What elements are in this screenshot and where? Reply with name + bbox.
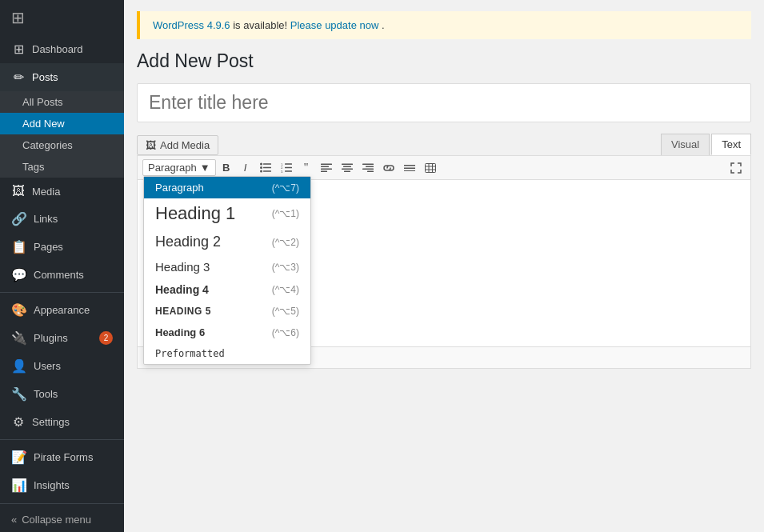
sidebar-item-posts[interactable]: ✏ Posts <box>0 63 124 91</box>
collapse-label: Collapse menu <box>22 514 91 526</box>
format-option-h5[interactable]: HEADING 5 (^⌥5) <box>144 301 310 322</box>
sidebar-item-label: Links <box>34 213 58 225</box>
sidebar-item-pages[interactable]: 📋 Pages <box>0 233 124 261</box>
format-option-h3[interactable]: Heading 3 (^⌥3) <box>144 255 310 278</box>
svg-rect-19 <box>344 170 350 172</box>
svg-rect-21 <box>366 166 374 167</box>
update-notice: WordPress 4.9.6 is available! Please upd… <box>137 11 751 39</box>
link-icon <box>383 163 394 173</box>
title-input-wrap <box>137 83 751 122</box>
italic-button[interactable]: I <box>237 159 254 176</box>
sidebar-item-comments[interactable]: 💬 Comments <box>0 261 124 289</box>
update-now-link[interactable]: Please update now <box>290 19 379 31</box>
expand-button[interactable] <box>726 160 746 176</box>
sidebar-item-tags[interactable]: Tags <box>0 156 124 178</box>
sidebar-item-categories[interactable]: Categories <box>0 134 124 156</box>
align-center-button[interactable] <box>338 161 357 175</box>
table-button[interactable] <box>421 161 440 175</box>
svg-rect-12 <box>321 163 332 165</box>
format-option-h4[interactable]: Heading 4 (^⌥4) <box>144 278 310 301</box>
editor-toolbar: Paragraph ▼ Paragraph (^⌥7) Heading 1 (^… <box>138 156 750 180</box>
insights-icon: 📊 <box>11 478 27 493</box>
svg-rect-14 <box>321 168 332 170</box>
horizontal-rule-button[interactable] <box>400 162 419 174</box>
sidebar-item-appearance[interactable]: 🎨 Appearance <box>0 296 124 324</box>
format-option-paragraph[interactable]: Paragraph (^⌥7) <box>144 177 310 198</box>
post-title-input[interactable] <box>138 84 750 122</box>
svg-rect-24 <box>404 165 415 166</box>
settings-icon: ⚙ <box>11 414 26 430</box>
format-dropdown: Paragraph (^⌥7) Heading 1 (^⌥1) Heading … <box>143 176 311 365</box>
sidebar-item-tools[interactable]: 🔧 Tools <box>0 380 124 408</box>
format-option-h6[interactable]: Heading 6 (^⌥6) <box>144 322 310 343</box>
format-option-shortcut: (^⌥6) <box>272 327 299 338</box>
sidebar-logo: ⊞ <box>0 0 124 35</box>
svg-rect-1 <box>263 163 271 165</box>
sidebar-item-insights[interactable]: 📊 Insights <box>0 471 124 499</box>
editor-area: Paragraph ▼ Paragraph (^⌥7) Heading 1 (^… <box>137 155 751 347</box>
sidebar-item-label: Tools <box>34 388 58 400</box>
pirateforms-icon: 📝 <box>11 450 27 465</box>
svg-rect-11 <box>285 170 292 172</box>
collapse-menu-button[interactable]: « Collapse menu <box>0 507 124 532</box>
sidebar-item-media[interactable]: 🖼 Media <box>0 178 124 205</box>
tools-icon: 🔧 <box>11 386 27 402</box>
sidebar-item-label: Appearance <box>34 304 90 316</box>
appearance-icon: 🎨 <box>11 302 27 318</box>
sidebar-item-settings[interactable]: ⚙ Settings <box>0 408 124 436</box>
format-select[interactable]: Paragraph ▼ Paragraph (^⌥7) Heading 1 (^… <box>142 159 216 176</box>
sidebar-item-label: Pages <box>34 241 63 253</box>
plugins-badge: 2 <box>99 331 113 345</box>
links-icon: 🔗 <box>11 211 27 226</box>
link-button[interactable] <box>379 161 398 175</box>
sidebar-item-dashboard[interactable]: ⊞ Dashboard <box>0 35 124 63</box>
notice-text-after: . <box>382 19 385 31</box>
categories-label: Categories <box>22 139 73 151</box>
svg-rect-25 <box>404 167 415 169</box>
format-option-h2[interactable]: Heading 2 (^⌥2) <box>144 229 310 255</box>
svg-rect-5 <box>263 170 271 172</box>
align-left-button[interactable] <box>317 161 336 175</box>
format-option-pre[interactable]: Preformatted <box>144 343 310 364</box>
svg-rect-27 <box>425 163 435 172</box>
tab-text[interactable]: Text <box>711 134 751 155</box>
posts-icon: ✏ <box>11 70 26 85</box>
main-content: WordPress 4.9.6 is available! Please upd… <box>124 0 764 532</box>
format-select-value: Paragraph <box>148 162 197 174</box>
sidebar-item-all-posts[interactable]: All Posts <box>0 91 124 113</box>
all-posts-label: All Posts <box>22 96 63 108</box>
sidebar-item-links[interactable]: 🔗 Links <box>0 205 124 233</box>
format-option-label: Heading 2 <box>155 234 221 250</box>
plugins-icon: 🔌 <box>11 330 27 346</box>
tab-visual[interactable]: Visual <box>661 134 710 155</box>
media-icon: 🖼 <box>11 184 26 198</box>
svg-rect-23 <box>367 170 374 172</box>
format-option-label: Paragraph <box>155 182 204 194</box>
wp-logo-icon: ⊞ <box>11 8 25 27</box>
sidebar-item-label: Pirate Forms <box>34 451 93 463</box>
sidebar-item-users[interactable]: 👤 Users <box>0 352 124 380</box>
sidebar-item-add-new[interactable]: Add New <box>0 113 124 134</box>
bold-button[interactable]: B <box>218 159 235 176</box>
align-center-icon <box>342 163 353 173</box>
align-right-button[interactable] <box>358 161 378 175</box>
svg-rect-16 <box>342 163 353 165</box>
format-option-label: Heading 3 <box>155 260 210 274</box>
sidebar-item-plugins[interactable]: 🔌 Plugins 2 <box>0 324 124 352</box>
svg-rect-13 <box>321 166 329 167</box>
svg-rect-3 <box>263 167 271 169</box>
format-option-h1[interactable]: Heading 1 (^⌥1) <box>144 198 310 229</box>
tags-label: Tags <box>22 161 44 173</box>
svg-rect-20 <box>362 163 374 165</box>
ordered-list-button[interactable]: 1. 2. 3. <box>277 160 296 175</box>
svg-rect-9 <box>285 167 292 169</box>
sidebar-item-label: Users <box>34 360 61 372</box>
format-dropdown-arrow: ▼ <box>200 162 210 174</box>
unordered-list-button[interactable] <box>256 160 275 175</box>
add-media-button[interactable]: 🖼 Add Media <box>137 135 218 155</box>
blockquote-button[interactable]: " <box>298 158 315 177</box>
wp-version-link[interactable]: WordPress 4.9.6 <box>153 19 230 31</box>
list-ul-icon <box>260 162 271 173</box>
sidebar-item-pirateforms[interactable]: 📝 Pirate Forms <box>0 443 124 471</box>
add-media-icon: 🖼 <box>146 139 156 151</box>
